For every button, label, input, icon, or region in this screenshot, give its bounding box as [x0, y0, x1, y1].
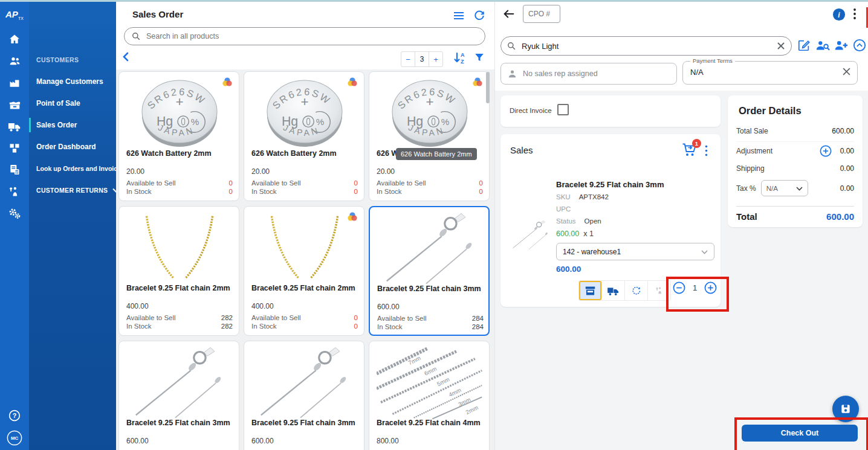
in-stock-label: In Stock: [377, 323, 403, 330]
customer-search[interactable]: [500, 36, 792, 56]
refresh-icon[interactable]: [473, 10, 486, 22]
inventory-icon[interactable]: [0, 137, 29, 159]
direct-invoice-checkbox[interactable]: [557, 104, 569, 115]
pos-icon[interactable]: [0, 94, 29, 115]
product-card[interactable]: SR626SW+Hg%JAPAN 626 Watch Battery 2mm 2…: [118, 71, 239, 201]
tax-select[interactable]: N/A: [761, 180, 808, 196]
product-card[interactable]: SR626SW+Hg%JAPAN 626 Watch Battery 2mm 2…: [369, 71, 490, 201]
available-label: Available to Sell: [126, 314, 176, 321]
product-search[interactable]: [124, 27, 485, 45]
list-view-icon[interactable]: [452, 10, 465, 22]
sales-rep-field[interactable]: No sales rep assigned: [500, 63, 677, 85]
returns-icon[interactable]: [0, 181, 29, 202]
save-icon: [840, 403, 852, 415]
more-options-icon[interactable]: [853, 7, 857, 23]
backorder-icon[interactable]: [624, 281, 647, 300]
filter-icon[interactable]: [474, 52, 485, 65]
avatar-mc[interactable]: MC: [0, 426, 29, 450]
invoices-icon[interactable]: [0, 159, 29, 181]
help-icon[interactable]: ?: [0, 405, 29, 426]
grid-scrollbar-thumb[interactable]: [486, 72, 490, 103]
product-tooltip: 626 Watch Battery 2mm: [396, 148, 477, 160]
payment-terms-field[interactable]: Payment Terms N/A: [682, 61, 858, 85]
edit-customer-icon[interactable]: [797, 39, 811, 54]
order-panel: i: [495, 2, 868, 450]
divider: [736, 141, 854, 142]
sidebar-item-manage-customers[interactable]: Manage Customers: [29, 71, 116, 92]
customers-icon[interactable]: [0, 50, 29, 72]
order-details-row-total-sale: Total Sale600.00: [736, 127, 854, 135]
product-price: 400.00: [251, 302, 274, 310]
back-arrow-icon[interactable]: [502, 8, 516, 22]
product-image: [251, 346, 358, 420]
od-row-label: Adjustment: [736, 147, 772, 155]
product-card[interactable]: Bracelet 9.25 Flat chain 3mm 600.00: [244, 341, 364, 450]
cpo-number-input[interactable]: [523, 5, 560, 22]
sidebar-item-order-dashboard[interactable]: Order Dashboard: [29, 136, 116, 158]
cpo-number-field[interactable]: [523, 5, 560, 23]
quantity-increase-icon[interactable]: [704, 281, 717, 294]
sidebar-item-customer-returns[interactable]: CUSTOMER RETURNS: [29, 179, 116, 201]
order-header: i: [495, 2, 868, 28]
in-stock-label: In Stock: [126, 188, 152, 195]
customer-lookup-icon[interactable]: [815, 39, 830, 54]
info-icon[interactable]: i: [832, 8, 846, 24]
color-variants-icon: [222, 77, 233, 88]
checkout-button[interactable]: Check Out: [742, 425, 858, 442]
sidebar-item-point-of-sale[interactable]: Point of Sale: [29, 92, 116, 114]
product-search-input[interactable]: [145, 31, 478, 41]
product-card[interactable]: 7mm6mm5mm4mm3mm2mm Bracelet 9.25 Flat ch…: [369, 341, 490, 450]
svg-text:+: +: [175, 94, 183, 109]
od-row-value: 0.00: [840, 184, 854, 193]
product-name: 626 Watch Battery 2mm: [126, 149, 235, 158]
in-stock-value: 0: [354, 323, 358, 330]
available-label: Available to Sell: [377, 179, 426, 187]
add-customer-icon[interactable]: [834, 39, 848, 54]
in-stock-label: In Stock: [126, 323, 152, 330]
save-button[interactable]: [832, 396, 859, 422]
order-details-row-tax-: Tax %N/A0.00: [736, 180, 854, 196]
in-stock-value: 282: [221, 323, 233, 330]
order-details-row-adjustment: Adjustment0.00: [736, 145, 854, 157]
collapse-icon[interactable]: [853, 39, 866, 54]
svg-text:3mm: 3mm: [457, 396, 471, 408]
page-title: Sales Order: [132, 9, 183, 19]
customer-search-input[interactable]: [520, 41, 777, 51]
warehouse-select[interactable]: 142 - warehouse1: [556, 243, 714, 260]
store-pickup-icon[interactable]: [579, 281, 601, 300]
aptx-logo[interactable]: APTX: [0, 2, 29, 28]
product-card[interactable]: Bracelet 9.25 Flat chain 3mm 600.00 Avai…: [369, 206, 490, 336]
product-image: SR626SW+Hg%JAPAN: [126, 77, 233, 150]
sidebar-item-sales-order[interactable]: Sales Order: [29, 114, 116, 136]
clear-customer-icon[interactable]: [777, 42, 785, 50]
quantity-decrease-icon[interactable]: [673, 281, 685, 294]
product-card[interactable]: Bracelet 9.25 Flat chain 2mm 400.00 Avai…: [244, 206, 364, 336]
clear-payment-terms-icon[interactable]: [842, 67, 851, 79]
sidebar-item-customers: CUSTOMERS: [29, 49, 116, 71]
product-name: Bracelet 9.25 Flat chain 2mm: [126, 284, 235, 292]
svg-text:%: %: [191, 117, 199, 127]
sidebar-item-look-up-orders-and-invoices[interactable]: Look up Orders and Invoices: [29, 158, 116, 179]
collapse-panel-icon[interactable]: [122, 52, 129, 64]
od-row-label: Tax %: [736, 184, 756, 193]
product-card[interactable]: SR626SW+Hg%JAPAN 626 Watch Battery 2mm 2…: [244, 71, 364, 201]
sales-order-icon[interactable]: [0, 115, 29, 137]
columns-plus-button[interactable]: +: [429, 52, 442, 66]
home-icon[interactable]: [0, 28, 29, 50]
sort-az-icon[interactable]: AZ: [453, 51, 465, 67]
product-name: Bracelet 9.25 Flat chain 3mm: [251, 419, 360, 427]
settings-icon[interactable]: [0, 202, 29, 224]
columns-minus-button[interactable]: −: [401, 52, 415, 66]
available-label: Available to Sell: [251, 179, 301, 187]
product-card[interactable]: Bracelet 9.25 Flat chain 2mm 400.00 Avai…: [118, 206, 239, 336]
sales-more-options-icon[interactable]: [705, 145, 708, 159]
order-details-card: Order Details Total Sale600.00Adjustment…: [728, 95, 863, 227]
od-row-label: Total Sale: [736, 127, 768, 135]
sales-rep-text: No sales rep assigned: [523, 69, 598, 78]
product-card[interactable]: Bracelet 9.25 Flat chain 3mm 600.00: [118, 341, 239, 450]
color-variants-icon: [347, 77, 358, 88]
reports-icon[interactable]: [0, 72, 29, 94]
delivery-truck-icon[interactable]: [601, 281, 624, 300]
product-image: 7mm6mm5mm4mm3mm2mm: [377, 346, 483, 420]
add-adjustment-icon[interactable]: [820, 145, 832, 157]
